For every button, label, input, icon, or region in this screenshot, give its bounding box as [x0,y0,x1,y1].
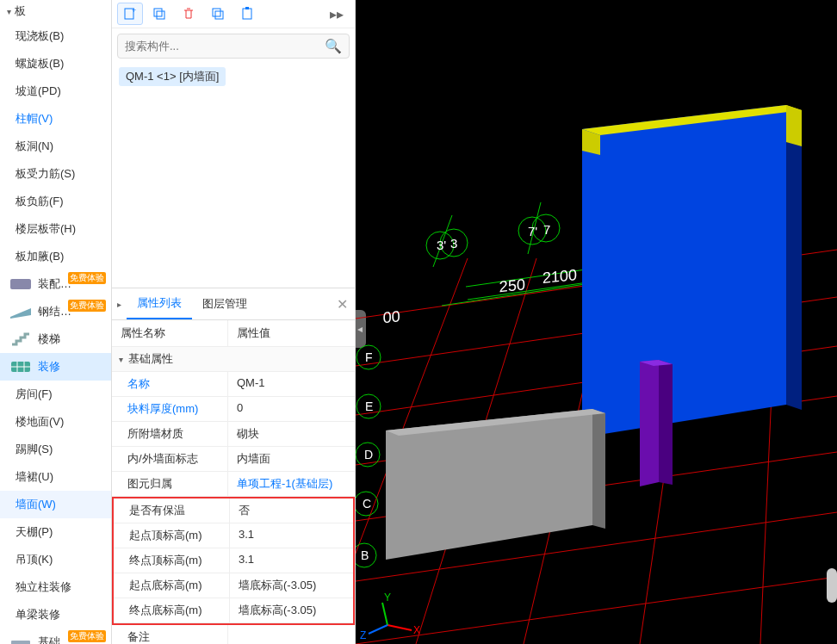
scrollbar-thumb[interactable] [827,568,837,603]
svg-text:X: X [413,624,420,636]
caret-down-icon: ▾ [119,355,123,364]
nav-item-wall-face[interactable]: 墙面(W) [0,491,111,518]
nav-item[interactable]: 板洞(N) [0,133,111,160]
prop-row[interactable]: 起点底标高(m)墙底标高(-3.05) [114,573,353,598]
svg-marker-54 [582,105,786,437]
more-button[interactable]: ▸▸ [324,3,350,25]
prop-row[interactable]: 备注 [112,625,355,644]
search-input-wrap[interactable]: 🔍 [117,34,350,59]
nav-item[interactable]: 楼地面(V) [0,408,111,436]
expand-icon[interactable]: ▸ [112,294,127,314]
nav-item[interactable]: 柱帽(V) [0,105,111,133]
decoration-icon [9,358,33,375]
prop-row[interactable]: 终点底标高(m)墙底标高(-3.05) [114,598,353,623]
close-icon[interactable]: ✕ [337,296,348,313]
assembly-icon [9,276,33,293]
nav-label: 基础… [38,635,71,644]
caret-down-icon: ▾ [7,7,11,16]
tab-properties[interactable]: 属性列表 [127,288,192,319]
free-badge: 免费体验 [68,272,106,284]
nav-label: 钢结… [38,304,71,319]
search-icon: 🔍 [325,38,342,54]
nav-item[interactable]: 天棚(P) [0,518,111,546]
delete-button[interactable] [176,3,202,25]
svg-rect-13 [243,9,251,19]
svg-text:Z: Z [360,629,366,641]
row-bubbles: F E D C B [356,345,381,567]
svg-marker-63 [592,409,605,529]
svg-text:F: F [365,350,373,364]
svg-text:3: 3 [450,236,457,251]
svg-rect-11 [213,9,220,16]
prop-row[interactable]: 终点顶标高(m)3.1 [114,548,353,573]
svg-line-65 [388,625,412,630]
nav-label: 装配… [38,276,71,292]
svg-rect-10 [157,11,164,19]
nav-label: 装修 [38,359,60,375]
nav-item[interactable]: 独立柱装修 [0,573,111,601]
svg-line-67 [369,625,388,634]
prop-row[interactable]: 内/外墙面标志内墙面 [112,447,355,472]
paste-button[interactable] [234,3,260,25]
nav-category-foundation[interactable]: 基础… 免费体验 [0,629,111,644]
new-button[interactable]: + [117,3,143,25]
nav-item[interactable]: 坡道(PD) [0,77,111,105]
svg-marker-59 [640,360,659,486]
free-badge: 免费体验 [68,630,106,642]
column-model [640,360,673,486]
grid-bubbles: 3' 3 7' 7 [426,214,560,259]
axis-gizmo: X Y Z [360,591,420,641]
component-chip[interactable]: QM-1 <1> [内墙面] [119,67,226,86]
svg-text:7': 7' [528,224,537,238]
prop-row[interactable]: 起点顶标高(m)3.1 [114,523,353,548]
nav-item[interactable]: 板负筋(F) [0,188,111,215]
nav-item[interactable]: 房间(F) [0,381,111,408]
highlighted-rows: 是否有保温否 起点顶标高(m)3.1 终点顶标高(m)3.1 起点底标高(m)墙… [112,497,355,625]
search-input[interactable] [125,40,325,53]
sidebar-group-header[interactable]: ▾ 板 [0,0,111,22]
svg-text:250: 250 [499,276,525,295]
stairs-icon [9,331,33,348]
nav-item[interactable]: 现浇板(B) [0,22,111,50]
svg-text:+: + [132,7,136,15]
nav-category-stairs[interactable]: 楼梯 [0,325,111,353]
copy-button[interactable] [146,3,172,25]
prop-row[interactable]: 块料厚度(mm)0 [112,397,355,422]
foundation-icon [9,634,33,644]
nav-item[interactable]: 吊顶(K) [0,546,111,573]
nav-label: 楼梯 [38,331,60,347]
scene-svg: 250 2100 250 00 3' 3 7' 7 F E D C B [356,0,837,644]
svg-rect-12 [215,11,223,19]
nav-item[interactable]: 单梁装修 [0,601,111,629]
nav-category-assembly[interactable]: 装配… 免费体验 [0,270,111,298]
svg-text:D: D [364,448,373,461]
nav-item[interactable]: 墙裙(U) [0,463,111,491]
nav-item[interactable]: 踢脚(S) [0,436,111,463]
svg-text:Y: Y [384,591,391,604]
nav-item[interactable]: 板受力筋(S) [0,160,111,188]
component-toolbar: + ▸▸ [112,0,355,28]
property-header: 属性名称 属性值 [112,320,355,347]
viewport-3d[interactable]: ◂ 250 2100 250 [356,0,837,644]
duplicate-button[interactable] [205,3,231,25]
svg-text:2100: 2100 [542,266,577,287]
nav-item[interactable]: 螺旋板(B) [0,50,111,77]
property-tabs: ▸ 属性列表 图层管理 ✕ [112,288,355,320]
property-panel: ▸ 属性列表 图层管理 ✕ 属性名称 属性值 ▾基础属性 名称QM-1 块料厚度… [112,288,355,644]
nav-category-decoration[interactable]: 装修 [0,353,111,381]
component-panel: + ▸▸ 🔍 QM-1 <1> [内墙面] ▸ 属性列表 图层管理 ✕ 属性名称… [112,0,356,644]
prop-row[interactable]: 图元归属单项工程-1(基础层) [112,472,355,497]
wall-model [582,105,802,437]
nav-item[interactable]: 板加腋(B) [0,243,111,270]
nav-category-steel[interactable]: 钢结… 免费体验 [0,298,111,325]
prop-row[interactable]: 所附墙材质砌块 [112,422,355,447]
tab-layers[interactable]: 图层管理 [192,289,257,319]
nav-item[interactable]: 楼层板带(H) [0,215,111,243]
steel-icon [9,303,33,320]
svg-rect-6 [11,641,30,644]
prop-row[interactable]: 名称QM-1 [112,372,355,397]
prop-group-basic[interactable]: ▾基础属性 [112,347,355,372]
col-val-header: 属性值 [228,320,279,346]
svg-text:00: 00 [382,307,400,326]
prop-row[interactable]: 是否有保温否 [114,498,353,523]
